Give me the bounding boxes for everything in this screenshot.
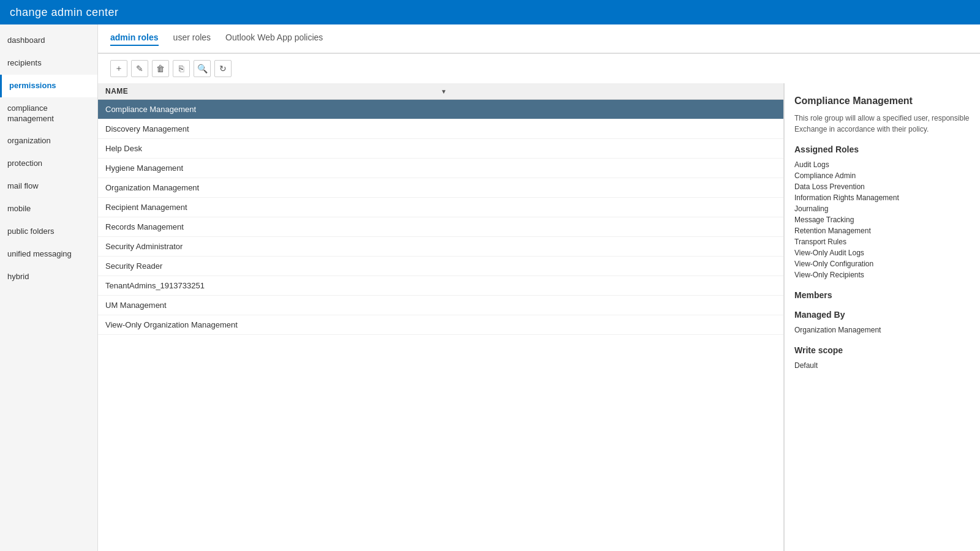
sidebar-item-permissions[interactable]: permissions bbox=[0, 75, 97, 97]
table-row[interactable]: UM Management bbox=[98, 296, 783, 315]
detail-description: This role group will allow a specified u… bbox=[794, 113, 970, 135]
assigned-role-item: Compliance Admin bbox=[794, 170, 970, 181]
toolbar-edit-button[interactable]: ✎ bbox=[131, 60, 148, 77]
table-row[interactable]: Security Reader bbox=[98, 257, 783, 276]
table-row[interactable]: Recipient Management bbox=[98, 198, 783, 217]
assigned-role-item: View-Only Configuration bbox=[794, 258, 970, 269]
sidebar-item-protection[interactable]: protection bbox=[0, 152, 97, 175]
table-row[interactable]: Records Management bbox=[98, 217, 783, 237]
sidebar-item-recipients[interactable]: recipients bbox=[0, 52, 97, 75]
app-header: change admin center bbox=[0, 0, 980, 24]
sidebar-item-hybrid[interactable]: hybrid bbox=[0, 266, 97, 288]
table-row[interactable]: Discovery Management bbox=[98, 119, 783, 139]
toolbar: ＋✎🗑⎘🔍↻ bbox=[98, 54, 980, 83]
assigned-roles-section-title: Assigned Roles bbox=[794, 144, 970, 154]
table-row[interactable]: Compliance Management bbox=[98, 100, 783, 119]
detail-title: Compliance Management bbox=[794, 96, 970, 107]
toolbar-copy-button[interactable]: ⎘ bbox=[173, 60, 190, 77]
table-row[interactable]: Help Desk bbox=[98, 139, 783, 159]
assigned-role-item: Transport Rules bbox=[794, 236, 970, 247]
assigned-role-item: View-Only Recipients bbox=[794, 269, 970, 280]
sidebar: dashboardrecipientspermissionscompliance… bbox=[0, 24, 98, 551]
tab-user-roles[interactable]: user roles bbox=[173, 32, 211, 46]
managed-by-value: Organization Management bbox=[794, 324, 970, 335]
tab-bar: admin rolesuser rolesOutlook Web App pol… bbox=[98, 24, 980, 54]
sidebar-item-organization[interactable]: organization bbox=[0, 130, 97, 152]
toolbar-search-button[interactable]: 🔍 bbox=[194, 60, 211, 77]
main-content: admin rolesuser rolesOutlook Web App pol… bbox=[98, 24, 980, 551]
assigned-role-item: Journaling bbox=[794, 203, 970, 214]
sidebar-item-mobile[interactable]: mobile bbox=[0, 198, 97, 220]
sidebar-item-compliance[interactable]: compliance management bbox=[0, 97, 97, 130]
write-scope-section-title: Write scope bbox=[794, 345, 970, 355]
toolbar-add-button[interactable]: ＋ bbox=[110, 60, 127, 77]
write-scope-value: Default bbox=[794, 360, 970, 371]
managed-by-section-title: Managed By bbox=[794, 310, 970, 320]
assigned-role-item: Information Rights Management bbox=[794, 192, 970, 203]
tab-owa-policies[interactable]: Outlook Web App policies bbox=[225, 32, 323, 46]
sort-icon: ▼ bbox=[441, 88, 777, 95]
list-panel: NAME ▼ Compliance ManagementDiscovery Ma… bbox=[98, 83, 784, 551]
app-title: change admin center bbox=[10, 6, 119, 19]
assigned-role-item: Audit Logs bbox=[794, 159, 970, 170]
table-header: NAME ▼ bbox=[98, 83, 783, 100]
members-section-title: Members bbox=[794, 290, 970, 300]
toolbar-delete-button[interactable]: 🗑 bbox=[152, 60, 169, 77]
sidebar-item-mail-flow[interactable]: mail flow bbox=[0, 175, 97, 198]
assigned-role-item: Data Loss Prevention bbox=[794, 181, 970, 192]
detail-panel: Compliance Management This role group wi… bbox=[784, 83, 980, 551]
tab-admin-roles[interactable]: admin roles bbox=[110, 32, 159, 46]
column-name-header: NAME bbox=[105, 87, 441, 96]
assigned-role-item: Message Tracking bbox=[794, 214, 970, 225]
table-row[interactable]: Security Administrator bbox=[98, 237, 783, 257]
sidebar-item-dashboard[interactable]: dashboard bbox=[0, 29, 97, 52]
table-row[interactable]: Organization Management bbox=[98, 178, 783, 198]
toolbar-refresh-button[interactable]: ↻ bbox=[214, 60, 232, 77]
table-row[interactable]: TenantAdmins_1913733251 bbox=[98, 276, 783, 296]
assigned-role-item: View-Only Audit Logs bbox=[794, 247, 970, 258]
assigned-roles-list: Audit LogsCompliance AdminData Loss Prev… bbox=[794, 159, 970, 280]
table-body: Compliance ManagementDiscovery Managemen… bbox=[98, 100, 783, 551]
table-row[interactable]: Hygiene Management bbox=[98, 159, 783, 178]
sidebar-item-unified-messaging[interactable]: unified messaging bbox=[0, 243, 97, 266]
assigned-role-item: Retention Management bbox=[794, 225, 970, 236]
table-row[interactable]: View-Only Organization Management bbox=[98, 315, 783, 335]
content-area: NAME ▼ Compliance ManagementDiscovery Ma… bbox=[98, 83, 980, 551]
sidebar-item-public-folders[interactable]: public folders bbox=[0, 220, 97, 243]
